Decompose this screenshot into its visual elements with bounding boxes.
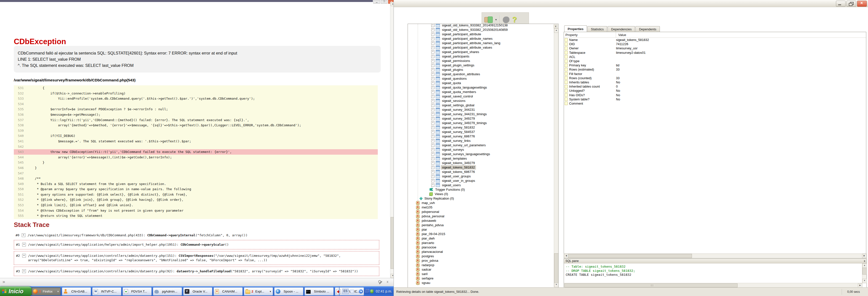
taskbar-button[interactable]: pgAdmin... ▼	[153, 287, 182, 296]
tree-item[interactable]: + pdvsa_personal	[408, 214, 554, 218]
expand-icon[interactable]: +	[431, 55, 434, 58]
tree-item[interactable]: + sigeait_question_attributes	[408, 72, 554, 76]
scroll-down-icon[interactable]: ▼	[554, 283, 559, 287]
tree-item[interactable]: + sigeait_surveys_languagesettings	[408, 152, 554, 156]
network-icon[interactable]	[365, 290, 369, 293]
tree-item[interactable]: + serfapre	[408, 276, 554, 280]
expand-icon[interactable]: +	[431, 175, 434, 178]
expand-icon[interactable]: +	[431, 166, 434, 169]
language-indicator[interactable]: ES	[342, 289, 349, 294]
taskbar-button[interactable]: 2 Expl... ▼	[244, 287, 273, 296]
tree-item[interactable]: + sigeait_sessions	[408, 98, 554, 103]
clock[interactable]: 02:41 p.m.	[376, 289, 392, 293]
scrollbar-thumb[interactable]	[554, 253, 559, 283]
scroll-left-icon[interactable]: ◀	[564, 254, 568, 258]
expand-icon[interactable]: +	[431, 103, 434, 107]
taskbar-button[interactable]: Oracle V... ▼	[183, 287, 212, 296]
property-row[interactable]: Primary key tid	[564, 63, 866, 67]
minimize-button[interactable]: ▁	[373, 0, 380, 4]
expand-icon[interactable]: +	[431, 113, 434, 116]
tab[interactable]: Dependencies	[608, 26, 635, 32]
start-button[interactable]: Inicio	[0, 286, 32, 296]
expand-icon[interactable]: +	[431, 148, 434, 151]
expand-icon[interactable]: +	[431, 37, 434, 40]
tray-chevron-down-icon[interactable]: ▼	[355, 290, 357, 293]
expand-icon[interactable]: +	[431, 183, 434, 187]
tree-item[interactable]: + sigeait_participants	[408, 54, 554, 58]
tab[interactable]: Properties	[564, 25, 587, 32]
column-header-property[interactable]: Property	[564, 33, 616, 37]
expand-icon[interactable]: +	[431, 90, 434, 93]
expand-icon[interactable]: +	[431, 130, 434, 134]
tab[interactable]: Statistics	[587, 26, 607, 32]
tree-item[interactable]: + sadcar	[408, 267, 554, 272]
tree-item[interactable]: + sigeait_participant_shares	[408, 50, 554, 54]
tree-item[interactable]: + sigeait_settings_global	[408, 103, 554, 107]
tree-item[interactable]: + met105	[408, 205, 554, 209]
property-row[interactable]: Inherits tables No	[564, 80, 866, 84]
tree-item[interactable]: + sigeait_old_tokens_933382_201409121501…	[408, 24, 554, 27]
restore-button[interactable]: ❐	[381, 0, 388, 4]
tree-item[interactable]: + sigeait_survey_links	[408, 138, 554, 143]
expand-icon[interactable]: +	[431, 179, 434, 182]
taskbar-button[interactable]: Símbolo ... ▼	[305, 287, 334, 296]
properties-hscrollbar[interactable]: ◀ ▶	[564, 254, 867, 258]
expand-icon[interactable]: +	[431, 81, 434, 85]
tree-item[interactable]: + Slony Replication (0)	[408, 196, 554, 201]
taskbar-button[interactable]: INTVP-C... ▼	[92, 287, 121, 296]
expand-icon[interactable]: +	[431, 135, 434, 138]
taskbar-button[interactable]: Spoon - ... ▼	[274, 287, 303, 296]
expand-icon[interactable]: +	[22, 233, 25, 237]
property-row[interactable]: Owner limesurvey_usr	[564, 46, 866, 50]
expand-icon[interactable]: +	[431, 157, 434, 160]
restore-button[interactable]	[846, 1, 856, 7]
keyboard-icon[interactable]	[350, 290, 354, 293]
column-header-value[interactable]: Value	[616, 33, 626, 37]
tree-item[interactable]: + planvacacional	[408, 249, 554, 254]
tree-item[interactable]: + sigeait_saved_control	[408, 94, 554, 98]
tree-item[interactable]: + piarsocioe	[408, 245, 554, 249]
scrollbar-thumb[interactable]	[564, 284, 738, 287]
tree-item[interactable]: + Trigger Functions (0)	[408, 187, 554, 192]
expand-icon[interactable]: +	[431, 68, 434, 71]
expand-icon[interactable]: +	[431, 86, 434, 89]
tree-item[interactable]: + prov_pdvsa	[408, 258, 554, 263]
tree-item[interactable]: + sigeait_tokens_581832	[408, 165, 554, 170]
tree-item[interactable]: + sigeait_user_in_groups	[408, 178, 554, 183]
property-row[interactable]: OID 7411226	[564, 42, 866, 46]
expand-icon[interactable]: +	[431, 33, 434, 36]
expand-icon[interactable]: +	[431, 50, 434, 54]
tree-item[interactable]: + sigeait_participant_attribute_values	[408, 45, 554, 50]
taskbar-button[interactable]: CN=GAB... ▼	[62, 287, 91, 296]
taskbar-button[interactable]: PDVSA T... ▼	[123, 287, 152, 296]
hide-icons-icon[interactable]: ◀	[359, 289, 363, 294]
tree-item[interactable]: + piarcarto	[408, 240, 554, 245]
tree-item[interactable]: + sigeait_old_tokens_933382_201508201408…	[408, 27, 554, 32]
expand-icon[interactable]: +	[431, 139, 434, 142]
property-row[interactable]: Name sigeait_tokens_581832	[564, 38, 866, 42]
expand-icon[interactable]: +	[431, 41, 434, 45]
tree-item[interactable]: + pdvsaweb	[408, 218, 554, 223]
tree-item[interactable]: + pentaho_pdvsa	[408, 223, 554, 227]
tree-item[interactable]: + sigeait_plugins	[408, 67, 554, 72]
tree-item[interactable]: + sigeait_survey_url_parameters	[408, 143, 554, 147]
tree-item[interactable]: + sigeait_participant_attribute_names	[408, 36, 554, 41]
property-row[interactable]: Rows (estimated) 33	[564, 67, 866, 71]
chevron-down-icon[interactable]: ▼	[269, 290, 272, 293]
tree-item[interactable]: + sigeait_survey_344231	[408, 107, 554, 112]
expand-icon[interactable]: +	[431, 170, 434, 173]
panel-close-icon[interactable]: x	[554, 24, 558, 28]
close-button[interactable]	[857, 1, 867, 7]
overflow-chevron-icon[interactable]: »	[2, 279, 5, 285]
scroll-down-icon[interactable]: ▼	[862, 279, 867, 283]
tree-item[interactable]: + sigeait_questions	[408, 76, 554, 81]
tree-item[interactable]: + sigeait_templates	[408, 156, 554, 160]
tree-item[interactable]: + postgres	[408, 254, 554, 258]
chevron-down-icon[interactable]: ▼	[57, 290, 59, 293]
sql-pane-close-icon[interactable]: x	[864, 259, 865, 263]
tab[interactable]: Dependents	[636, 26, 660, 32]
tree-item[interactable]: + sigeait_survey_349279	[408, 116, 554, 121]
tree-scrollbar[interactable]: ▲ ▼	[554, 28, 558, 287]
tree-item[interactable]: + sigeait_survey_344231_timings	[408, 112, 554, 116]
tree-item[interactable]: + sigeait_tokens_686776	[408, 170, 554, 174]
